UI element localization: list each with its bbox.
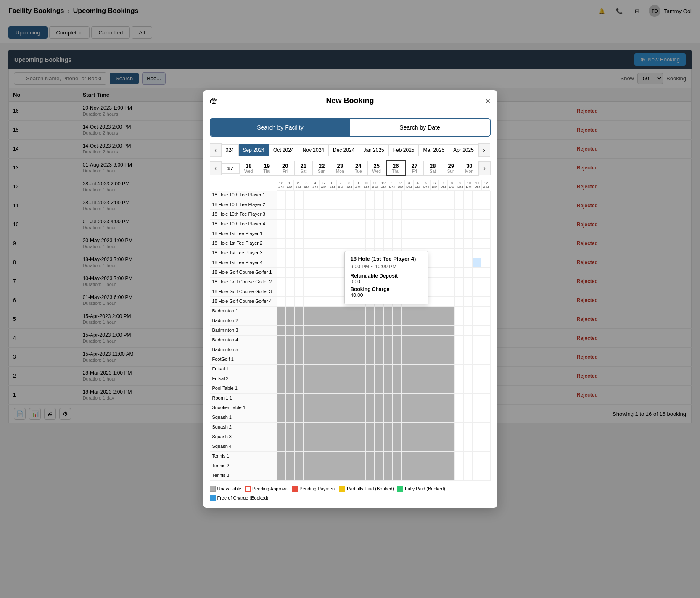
time-slot[interactable] — [402, 200, 410, 209]
time-slot[interactable] — [410, 374, 419, 384]
modal-close-button[interactable]: × — [486, 96, 491, 106]
time-slot[interactable] — [304, 384, 312, 393]
time-slot[interactable] — [277, 239, 286, 248]
time-slot[interactable] — [419, 365, 428, 374]
time-slot[interactable] — [357, 200, 366, 209]
time-slot[interactable] — [455, 287, 464, 296]
month-dec2024[interactable]: Dec 2024 — [329, 144, 359, 156]
time-slot[interactable] — [375, 200, 383, 209]
time-slot[interactable] — [375, 345, 383, 355]
time-slot[interactable] — [366, 403, 375, 413]
time-slot[interactable] — [339, 403, 348, 413]
time-slot[interactable] — [366, 345, 375, 355]
time-slot[interactable] — [366, 336, 375, 345]
time-slot[interactable] — [428, 374, 437, 384]
time-slot[interactable] — [410, 191, 419, 200]
search-by-facility-tab[interactable]: Search by Facility — [211, 119, 350, 136]
time-slot[interactable] — [295, 423, 304, 430]
time-slot[interactable] — [357, 239, 366, 248]
time-slot[interactable] — [277, 249, 286, 258]
time-slot[interactable] — [339, 394, 348, 403]
time-slot[interactable] — [295, 210, 304, 219]
month-mar2025[interactable]: Mar 2025 — [419, 144, 449, 156]
time-slot[interactable] — [312, 394, 321, 403]
time-slot[interactable] — [473, 384, 481, 393]
time-slot[interactable] — [419, 307, 428, 316]
time-slot[interactable] — [437, 345, 446, 355]
time-slot[interactable] — [312, 210, 321, 219]
time-slot[interactable] — [286, 423, 295, 430]
time-slot[interactable] — [393, 336, 402, 345]
time-slot[interactable] — [375, 210, 383, 219]
time-slot[interactable] — [348, 423, 357, 430]
time-slot[interactable] — [481, 229, 490, 238]
time-slot[interactable] — [304, 345, 312, 355]
time-slot[interactable] — [321, 268, 330, 277]
time-slot[interactable] — [446, 365, 455, 374]
time-slot[interactable] — [357, 365, 366, 374]
time-slot[interactable] — [330, 336, 339, 345]
time-slot[interactable] — [464, 365, 473, 374]
time-slot[interactable] — [277, 278, 286, 287]
time-slot[interactable] — [384, 229, 393, 238]
time-slot[interactable] — [393, 345, 402, 355]
time-slot[interactable] — [304, 403, 312, 413]
time-slot[interactable] — [481, 297, 490, 306]
time-slot[interactable] — [286, 210, 295, 219]
time-slot[interactable] — [437, 374, 446, 384]
time-slot[interactable] — [348, 336, 357, 345]
time-slot[interactable] — [339, 384, 348, 393]
time-slot[interactable] — [286, 229, 295, 238]
time-slot[interactable] — [437, 220, 446, 229]
time-slot[interactable] — [464, 413, 473, 422]
time-slot[interactable] — [295, 297, 304, 306]
day-22[interactable]: 22Sun — [313, 161, 331, 176]
time-slot[interactable] — [277, 355, 286, 364]
time-slot[interactable] — [419, 413, 428, 422]
time-slot[interactable] — [277, 210, 286, 219]
time-slot[interactable] — [455, 210, 464, 219]
time-slot[interactable] — [455, 307, 464, 316]
time-slot[interactable] — [321, 258, 330, 267]
time-slot[interactable] — [295, 394, 304, 403]
time-slot[interactable] — [375, 423, 383, 430]
time-slot[interactable] — [312, 239, 321, 248]
time-slot[interactable] — [339, 423, 348, 430]
time-slot[interactable] — [446, 229, 455, 238]
time-slot[interactable] — [330, 278, 339, 287]
time-slot[interactable] — [321, 355, 330, 364]
time-slot[interactable] — [437, 365, 446, 374]
time-slot[interactable] — [428, 316, 437, 325]
time-slot[interactable] — [419, 423, 428, 430]
time-slot[interactable] — [464, 326, 473, 335]
time-slot[interactable] — [312, 287, 321, 296]
time-slot[interactable] — [410, 365, 419, 374]
time-slot[interactable] — [339, 413, 348, 422]
time-slot[interactable] — [464, 210, 473, 219]
time-slot[interactable] — [375, 239, 383, 248]
time-slot[interactable] — [428, 200, 437, 209]
time-slot[interactable] — [339, 355, 348, 364]
time-slot[interactable] — [286, 191, 295, 200]
time-slot[interactable] — [366, 365, 375, 374]
time-slot[interactable] — [428, 220, 437, 229]
time-slot[interactable] — [339, 220, 348, 229]
time-slot[interactable] — [304, 423, 312, 430]
time-slot[interactable] — [437, 384, 446, 393]
time-slot[interactable] — [402, 307, 410, 316]
time-slot[interactable] — [295, 326, 304, 335]
prev-day-arrow[interactable]: ‹ — [210, 161, 222, 175]
time-slot[interactable] — [446, 423, 455, 430]
time-slot[interactable] — [419, 345, 428, 355]
time-slot[interactable] — [304, 336, 312, 345]
time-slot[interactable] — [464, 287, 473, 296]
time-slot[interactable] — [312, 345, 321, 355]
time-slot[interactable] — [321, 297, 330, 306]
time-slot[interactable] — [446, 191, 455, 200]
time-slot[interactable] — [295, 307, 304, 316]
time-slot[interactable] — [428, 355, 437, 364]
time-slot[interactable] — [473, 268, 481, 277]
time-slot[interactable] — [304, 374, 312, 384]
time-slot[interactable] — [286, 200, 295, 209]
time-slot[interactable] — [410, 326, 419, 335]
